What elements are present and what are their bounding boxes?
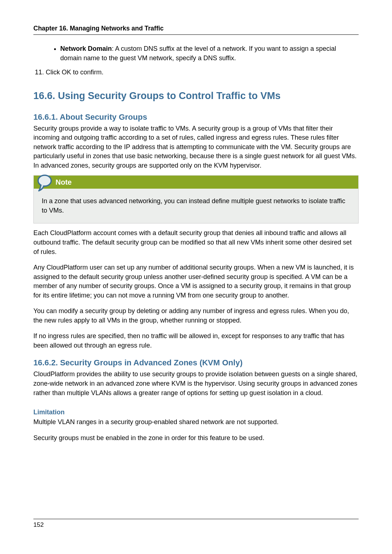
note-header: Note	[34, 176, 358, 189]
speech-bubble-icon	[36, 173, 53, 193]
chapter-header: Chapter 16. Managing Networks and Traffi…	[33, 25, 359, 35]
svg-point-1	[40, 177, 50, 185]
bullet-network-domain: Network Domain: A custom DNS suffix at t…	[60, 44, 359, 63]
page: Chapter 16. Managing Networks and Traffi…	[0, 0, 392, 554]
heading-16-6: 16.6. Using Security Groups to Control T…	[33, 90, 359, 102]
para-limitation-2: Security groups must be enabled in the z…	[33, 434, 359, 443]
footer: 152	[33, 519, 359, 529]
page-number: 152	[33, 521, 44, 528]
heading-16-6-1: 16.6.1. About Security Groups	[33, 112, 359, 122]
heading-16-6-2: 16.6.2. Security Groups in Advanced Zone…	[33, 358, 359, 368]
steps-list: Click OK to confirm.	[33, 68, 359, 77]
para-limitation-1: Multiple VLAN ranges in a security group…	[33, 418, 359, 427]
note-body: In a zone that uses advanced networking,…	[34, 189, 358, 223]
note-title: Note	[56, 178, 72, 186]
para-16-6-1-p4: You can modify a security group by delet…	[33, 307, 359, 325]
para-16-6-1-p2: Each CloudPlatform account comes with a …	[33, 229, 359, 257]
note-box: Note In a zone that uses advanced networ…	[33, 175, 359, 223]
step-11: Click OK to confirm.	[46, 68, 359, 77]
para-16-6-2-p1: CloudPlatform provides the ability to us…	[33, 370, 359, 398]
bullet-label: Network Domain	[60, 45, 112, 52]
para-16-6-1-p5: If no ingress rules are specified, then …	[33, 332, 359, 350]
bullet-list: Network Domain: A custom DNS suffix at t…	[33, 44, 359, 63]
para-16-6-1-p1: Security groups provide a way to isolate…	[33, 124, 359, 171]
heading-limitation: Limitation	[33, 409, 359, 416]
para-16-6-1-p3: Any CloudPlatform user can set up any nu…	[33, 263, 359, 300]
